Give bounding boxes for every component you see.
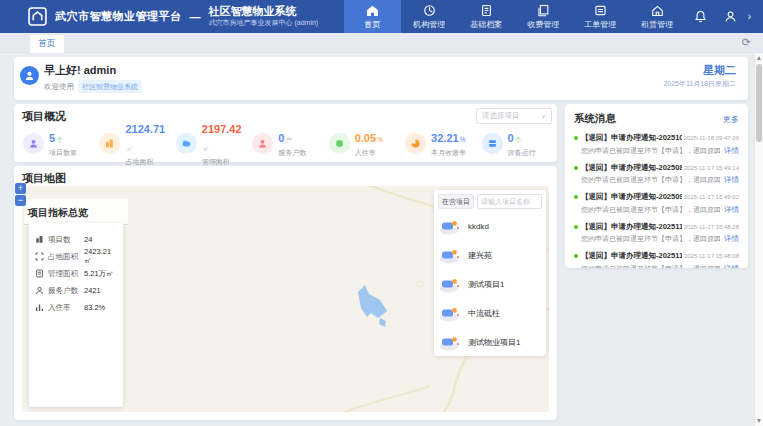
status-dot — [574, 225, 578, 229]
active-projects-tab[interactable]: 在营项目 — [438, 194, 474, 209]
devices-icon — [482, 133, 503, 154]
project-overview-card: 项目概况 请选择项目 ∨ 5个 项目数量 2124.71㎡ 占地面积 — [14, 104, 557, 162]
indicator-value: 5.21万㎡ — [84, 269, 114, 279]
stat-value: 5 — [49, 132, 55, 144]
nav-item-basic-archives[interactable]: 基础档案 — [458, 0, 515, 33]
stats-row: 5个 项目数量 2124.71㎡ 占地面积 2197.42㎡ 管理面积 — [18, 128, 553, 158]
notification-bell-button[interactable] — [686, 0, 716, 33]
stat-unit: % — [377, 136, 383, 143]
indicator-row: 服务户数 2421 — [35, 282, 117, 299]
stat-unit: ㎡ — [203, 145, 210, 152]
stat-label: 项目数量 — [49, 148, 77, 158]
zoom-out-button[interactable]: − — [15, 195, 26, 206]
weekday-text: 星期二 — [703, 63, 736, 78]
message-item: 【退回】申请办理通知-2025111200002 2025-11-17 15:4… — [574, 222, 739, 245]
zoom-in-button[interactable]: + — [15, 183, 26, 194]
scroll-down-arrow[interactable] — [755, 416, 763, 426]
platform-title: 武穴市智慧物业管理平台 — [55, 9, 182, 24]
nav-item-fee-management[interactable]: 收费管理 — [515, 0, 572, 33]
managed-area-icon — [176, 133, 197, 154]
message-title: 【退回】申请办理通知-2025090400002 — [581, 192, 682, 202]
overview-title: 项目概况 — [22, 109, 66, 124]
fee-management-icon — [537, 4, 550, 17]
org-subtitle: 武穴市房地产事业发展中心 (admin) — [209, 19, 319, 28]
project-list-item[interactable]: 中流砥柱 — [438, 299, 542, 328]
vertical-scrollbar[interactable] — [754, 53, 763, 426]
status-dot — [574, 136, 578, 140]
stat-value: 2197.42 — [202, 123, 242, 135]
nav-item-rental-management[interactable]: 租赁管理 — [629, 0, 686, 33]
indicator-row: 项目数 24 — [35, 231, 117, 248]
avatar — [20, 66, 39, 85]
detail-link[interactable]: 详情 — [724, 205, 739, 215]
date-text: 2025年11月18日星期二 — [663, 79, 736, 89]
stat-unit: ㎡ — [126, 145, 133, 152]
detail-link[interactable]: 详情 — [724, 234, 739, 244]
message-desc: 您的申请已被回退至环节【申请】，退回原因: — [581, 175, 720, 185]
tab-home[interactable]: 首页 — [30, 35, 64, 53]
refresh-icon[interactable]: ⟳ — [742, 36, 751, 49]
chevron-down-icon: ∨ — [541, 113, 546, 119]
building-3d-icon — [438, 305, 462, 322]
stat-label: 本月收缴率 — [431, 148, 466, 158]
occupancy-icon — [329, 133, 350, 154]
map-canvas[interactable]: + − 项目指标总览 项目数 24 占地面积 2423.21㎡ 管理面积 5.2… — [22, 186, 549, 412]
stat-project-count: 5个 项目数量 — [18, 128, 94, 158]
status-dot — [574, 195, 578, 199]
user-avatar-button[interactable] — [716, 0, 746, 33]
stat-unit: % — [460, 136, 466, 143]
scrollbar-thumb[interactable] — [756, 64, 762, 142]
nav-label: 收费管理 — [527, 19, 559, 30]
project-select[interactable]: 请选择项目 ∨ — [476, 108, 552, 124]
expand-area-icon — [35, 252, 44, 261]
main-nav: 首页 机构管理 基础档案 收费管理 — [344, 0, 763, 33]
detail-link[interactable]: 详情 — [724, 175, 739, 185]
indicators-panel: 项目数 24 占地面积 2423.21㎡ 管理面积 5.21万㎡ 服务户数 24… — [29, 223, 123, 407]
nav-item-workorder-management[interactable]: 工单管理 — [572, 0, 629, 33]
stat-unit: 个 — [515, 136, 522, 143]
project-list-item[interactable]: 测试物业项目1 — [438, 328, 542, 357]
detail-link[interactable]: 详情 — [724, 264, 739, 269]
status-dot — [574, 166, 578, 170]
title-divider: — — [190, 11, 201, 23]
project-name: 建兴苑 — [468, 250, 492, 261]
land-area-icon — [99, 133, 120, 154]
message-title: 【退回】申请办理通知-2025103000003 — [581, 133, 682, 143]
indicators-title: 项目指标总览 — [28, 207, 88, 218]
status-dot — [574, 254, 578, 258]
project-list-item[interactable]: 测试项目1 — [438, 270, 542, 299]
system-badge: 社区智慧物业系统 — [78, 80, 142, 93]
nav-item-home[interactable]: 首页 — [344, 0, 401, 33]
scroll-up-arrow[interactable] — [755, 53, 763, 63]
project-search-input[interactable] — [477, 194, 542, 209]
stat-occupancy-rate: 0.05% 入住率 — [324, 128, 400, 158]
project-name: 测试物业项目1 — [468, 337, 520, 348]
building-3d-icon — [438, 334, 462, 351]
project-name: 中流砥柱 — [468, 308, 500, 319]
org-management-icon — [423, 4, 436, 17]
more-link[interactable]: 更多 — [723, 114, 739, 125]
message-item: 【退回】申请办理通知-2025090400002 2025-11-17 15:4… — [574, 192, 739, 215]
detail-link[interactable]: 详情 — [724, 146, 739, 156]
project-list-panel: 在营项目 kkdkd 建兴苑 测试项目1 中流砥柱 测试物业项目1 — [434, 190, 546, 356]
header-collapse-arrow[interactable]: › — [746, 0, 753, 33]
tab-bar: 首页 ⟳ — [0, 33, 763, 53]
rental-management-icon — [651, 4, 664, 17]
app-logo-icon — [28, 7, 47, 26]
message-item: 【退回】申请办理通知-2025111300019 2025-11-17 15:4… — [574, 251, 739, 268]
indicator-value: 2423.21㎡ — [84, 247, 117, 266]
message-title: 【退回】申请办理通知-2025111300019 — [581, 251, 682, 261]
project-list-item[interactable]: kkdkd — [438, 212, 542, 241]
indicator-value: 24 — [84, 235, 92, 244]
welcome-card: 早上好! admin 欢迎使用 社区智慧物业系统 星期二 2025年11月18日… — [14, 57, 748, 100]
indicator-label: 占地面积 — [48, 252, 84, 262]
project-list-item[interactable]: 建兴苑 — [438, 241, 542, 270]
stat-monthly-collection-rate: 32.21% 本月收缴率 — [400, 128, 476, 158]
nav-item-org-management[interactable]: 机构管理 — [401, 0, 458, 33]
message-time: 2025-11-17 15:49:14 — [684, 165, 739, 171]
indicator-label: 服务户数 — [48, 286, 84, 296]
message-title: 【退回】申请办理通知-2025111200002 — [581, 222, 682, 232]
stat-unit: 户 — [285, 136, 292, 143]
system-title: 社区智慧物业系统 — [209, 5, 319, 19]
indicator-row: 管理面积 5.21万㎡ — [35, 265, 117, 282]
